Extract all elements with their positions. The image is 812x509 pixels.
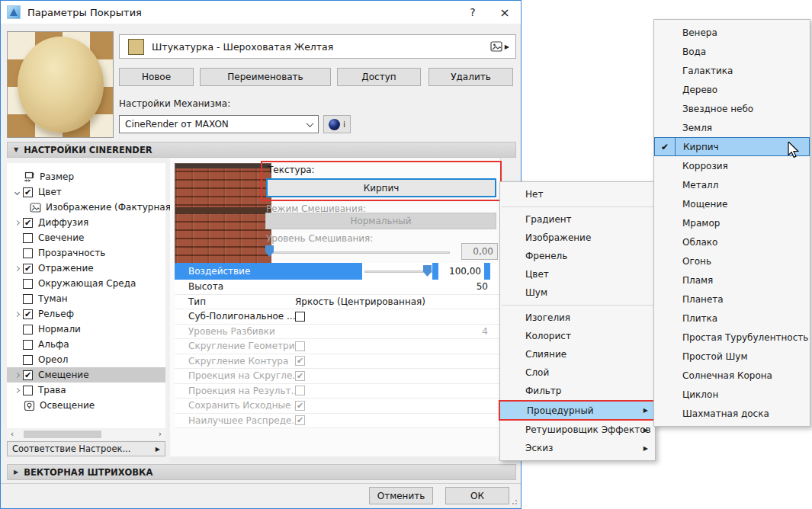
submenu-item-venus[interactable]: Венера	[654, 23, 810, 42]
tree-item-transparency[interactable]: Прозрачность	[7, 245, 165, 261]
scrollbar-thumb[interactable]	[24, 431, 101, 438]
submenu-item-simple-turbulence[interactable]: Простая Турубулентность	[654, 328, 810, 347]
checkbox-unchecked[interactable]	[23, 233, 33, 243]
submenu-item-galaxy[interactable]: Галактика	[654, 61, 810, 80]
submenu-item-pavement[interactable]: Мощение	[654, 194, 810, 213]
menu-item-layer[interactable]: Слой	[500, 363, 655, 382]
resize-grip[interactable]	[512, 499, 518, 505]
param-row-height[interactable]: Высота 50	[175, 280, 500, 295]
tree-item-reflection[interactable]: ✔ Отражение	[7, 261, 165, 276]
submenu-item-water[interactable]: Вода	[654, 42, 810, 61]
submenu-item-checkerboard[interactable]: Шахматная доска	[654, 404, 810, 423]
tree-item-diffusion[interactable]: ✔ Диффузия	[7, 215, 165, 230]
cancel-button[interactable]: Отменить	[369, 487, 433, 504]
vector-hatching-section-header[interactable]: ▶ ВЕКТОРНАЯ ШТРИХОВКА	[7, 464, 516, 480]
param-row-type[interactable]: Тип Яркость (Центрированная)	[175, 295, 500, 310]
menu-item-effects-retoucher[interactable]: Ретушировщик Эффектов ▶	[500, 421, 655, 439]
menu-item-image[interactable]: Изображение	[500, 229, 655, 247]
submenu-item-earth[interactable]: Земля	[654, 118, 810, 137]
collapsed-icon[interactable]	[14, 372, 20, 377]
influence-slider-thumb[interactable]	[423, 265, 432, 277]
match-settings-button[interactable]: Соответствие Настроек... ▶	[7, 441, 165, 456]
menu-item-fusion[interactable]: Слияние	[500, 345, 655, 363]
expanded-icon[interactable]	[14, 189, 20, 194]
submenu-item-marble[interactable]: Мрамор	[654, 213, 810, 232]
submenu-item-cyclone[interactable]: Циклон	[654, 385, 810, 404]
checkbox-unchecked[interactable]	[23, 279, 33, 289]
submenu-item-simple-noise[interactable]: Простой Шум	[654, 347, 810, 366]
checkbox-unchecked[interactable]	[23, 325, 33, 335]
new-button[interactable]: Новое	[119, 68, 194, 86]
tree-item-size[interactable]: Размер	[7, 169, 165, 184]
submenu-item-cloud[interactable]: Облако	[654, 232, 810, 251]
scroll-right-icon[interactable]: ›	[155, 429, 165, 440]
menu-item-filter[interactable]: Фильтр	[500, 382, 655, 400]
brick-texture-preview[interactable]	[175, 163, 271, 264]
menu-item-posterize[interactable]: Изогелия	[500, 309, 655, 327]
menu-item-noise[interactable]: Шум	[500, 283, 655, 302]
material-picker-arrow-icon[interactable]: ▶	[505, 43, 509, 50]
param-value[interactable]: 50	[477, 281, 488, 292]
submenu-item-wood[interactable]: Дерево	[654, 80, 810, 99]
menu-item-none[interactable]: Нет	[500, 185, 655, 203]
blend-level-slider[interactable]	[270, 251, 450, 254]
checkbox-unchecked[interactable]	[23, 340, 33, 350]
tree-item-glow[interactable]: Ореол	[7, 352, 165, 367]
ok-button[interactable]: ОК	[445, 487, 509, 504]
tree-item-environment[interactable]: Окружающая Среда	[7, 276, 165, 291]
tree-item-illumination[interactable]: Освещение	[7, 398, 165, 413]
submenu-item-starfield[interactable]: Звездное небо	[654, 99, 810, 118]
param-value[interactable]: Яркость (Центрированная)	[295, 296, 425, 307]
tree-item-bump[interactable]: ✔ Рельеф	[7, 306, 165, 322]
tree-item-color[interactable]: ✔ Цвет	[7, 184, 165, 200]
tree-item-alpha[interactable]: Альфа	[7, 337, 165, 352]
submenu-item-flame[interactable]: Пламя	[654, 271, 810, 290]
tree-item-normals[interactable]: Нормали	[7, 322, 165, 337]
blend-level-value[interactable]: 0,00	[461, 243, 498, 260]
influence-value-input[interactable]: 100,00	[438, 263, 484, 280]
cinerender-section-header[interactable]: ▼ НАСТРОЙКИ CINERENDER	[7, 142, 516, 158]
menu-item-colorizer[interactable]: Колорист	[500, 327, 655, 345]
tree-item-luminance[interactable]: Свечение	[7, 230, 165, 245]
checkbox-checked[interactable]: ✔	[23, 264, 33, 274]
tree-item-displacement[interactable]: ✔ Смещение	[7, 367, 165, 383]
checkbox-checked[interactable]: ✔	[23, 309, 33, 319]
influence-slider[interactable]	[364, 271, 433, 273]
submenu-item-fire[interactable]: Огонь	[654, 251, 810, 271]
access-button[interactable]: Доступ	[337, 68, 421, 86]
param-row-subpolygon[interactable]: Суб-Полигональное ...	[175, 309, 500, 325]
submenu-item-metal[interactable]: Металл	[654, 175, 810, 194]
menu-item-procedural[interactable]: Процедурный ▶	[499, 400, 656, 421]
submenu-item-tiles[interactable]: Плитка	[654, 309, 810, 328]
submenu-item-sun-corona[interactable]: Солнечная Корона	[654, 366, 810, 385]
checkbox-unchecked[interactable]	[23, 386, 33, 395]
checkbox-unchecked[interactable]	[23, 294, 33, 304]
menu-item-sketch[interactable]: Эскиз ▶	[500, 439, 655, 457]
scroll-left-icon[interactable]: ‹	[7, 429, 18, 440]
texture-button[interactable]: Кирпич	[266, 178, 496, 197]
tree-item-image[interactable]: Изображение (Фактурная Ш	[7, 200, 165, 215]
picture-icon[interactable]	[490, 41, 502, 52]
material-name-field[interactable]: Штукатурка - Шероховатая Желтая ▶	[119, 34, 516, 59]
rename-button[interactable]: Переименовать	[200, 68, 331, 86]
influence-row[interactable]: Воздействие 100,00	[175, 263, 500, 280]
tree-item-fog[interactable]: Туман	[7, 291, 165, 306]
submenu-item-planet[interactable]: Планета	[654, 290, 810, 309]
checkbox-checked[interactable]: ✔	[23, 187, 33, 197]
help-button[interactable]: ?	[457, 1, 489, 24]
checkbox-checked[interactable]: ✔	[23, 218, 33, 228]
menu-item-fresnel[interactable]: Френель	[500, 247, 655, 265]
engine-dropdown[interactable]: CineRender от MAXON	[119, 115, 319, 133]
collapsed-icon[interactable]	[14, 265, 20, 271]
collapsed-icon[interactable]	[14, 219, 20, 225]
checkbox-unchecked[interactable]	[23, 355, 33, 365]
cinerender-info-button[interactable]: i	[323, 115, 351, 133]
checkbox-unchecked[interactable]	[23, 248, 33, 258]
close-button[interactable]: ×	[489, 1, 521, 24]
checkbox-unchecked[interactable]	[295, 312, 305, 322]
menu-item-color[interactable]: Цвет	[500, 265, 655, 283]
collapsed-icon[interactable]	[14, 387, 20, 392]
checkbox-checked[interactable]: ✔	[23, 370, 33, 380]
menu-item-gradient[interactable]: Градиент	[500, 210, 655, 229]
tree-item-grass[interactable]: Трава	[7, 383, 165, 398]
